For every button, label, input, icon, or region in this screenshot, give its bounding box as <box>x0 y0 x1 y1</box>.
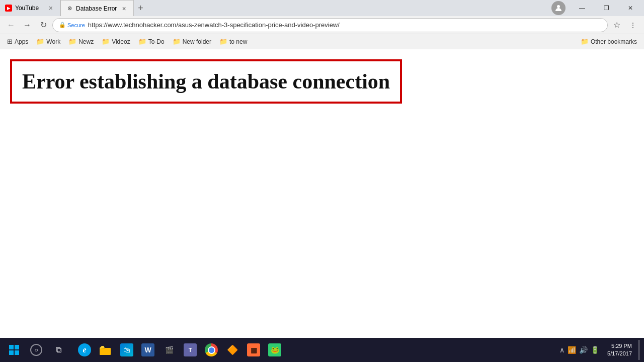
show-desktop-button[interactable] <box>638 340 640 360</box>
teams-icon: T <box>184 343 197 356</box>
error-box: Error establishing a database connection <box>10 59 402 104</box>
secure-label: Secure <box>67 22 85 28</box>
svg-rect-1 <box>100 348 111 355</box>
tab-youtube-close[interactable]: × <box>47 3 55 13</box>
folder-icon-work: 📁 <box>36 38 44 45</box>
cortana-icon: ○ <box>30 344 42 356</box>
bookmark-apps-label: Apps <box>15 38 28 45</box>
chevron-up-icon[interactable]: ∧ <box>559 346 565 354</box>
bookmark-videoz-label: Videoz <box>112 38 130 45</box>
bookmarks-bar: ⊞ Apps 📁 Work 📁 Newz 📁 Videoz 📁 To-Do 📁 … <box>0 34 644 49</box>
other-bookmarks-label: Other bookmarks <box>591 38 637 45</box>
start-button[interactable] <box>4 340 24 360</box>
battery-icon[interactable]: 🔋 <box>591 346 599 354</box>
volume-icon[interactable]: 🔊 <box>579 346 588 354</box>
tab-db-close[interactable]: × <box>120 4 128 14</box>
bookmark-to-new-label: to new <box>229 38 247 45</box>
windows-logo <box>9 345 19 355</box>
extensions-button[interactable]: ⋮ <box>626 18 640 32</box>
taskbar-clock[interactable]: 5:29 PM 5/17/2017 <box>603 342 636 358</box>
new-tab-button[interactable]: + <box>134 1 148 15</box>
network-icon[interactable]: 📶 <box>568 346 576 354</box>
secure-badge: 🔒 Secure <box>59 22 85 28</box>
bookmark-todo[interactable]: 📁 To-Do <box>135 37 168 46</box>
error-heading: Error establishing a database connection <box>22 69 390 94</box>
folder-icon-todo: 📁 <box>138 38 146 45</box>
taskbar-time-display: 5:29 PM <box>607 342 632 350</box>
url-text: https://www.technohacker.com/asus-zenwat… <box>88 21 601 29</box>
folder-icon-new: 📁 <box>173 38 181 45</box>
folder-icon-newz: 📁 <box>68 38 76 45</box>
user-avatar[interactable] <box>551 1 566 15</box>
bookmarks-right: 📁 Other bookmarks <box>578 37 640 46</box>
ie-icon: e <box>78 343 91 356</box>
maximize-button[interactable]: ❐ <box>595 0 618 16</box>
vlc-icon: 🔶 <box>226 343 239 356</box>
svg-point-0 <box>557 5 560 8</box>
task-view-button[interactable]: ⧉ <box>48 340 68 360</box>
explorer-icon <box>99 343 112 356</box>
bookmark-to-new[interactable]: 📁 to new <box>216 37 250 46</box>
bookmark-new-folder-label: New folder <box>183 38 211 45</box>
youtube-icon: ▶ <box>5 5 12 12</box>
media-icon: 🎬 <box>163 343 176 356</box>
apps-grid-icon: ⊞ <box>7 38 13 45</box>
title-bar: ▶ YouTube × ⊗ Database Error × + — ❐ ✕ <box>0 0 644 16</box>
minimize-button[interactable]: — <box>571 0 594 16</box>
folder-icon-other: 📁 <box>581 38 589 45</box>
close-button[interactable]: ✕ <box>619 0 642 16</box>
db-icon: ⊗ <box>66 5 73 12</box>
taskbar-apps: e 🛍 W 🎬 T 🔶 ▦ 🐸 <box>74 340 555 360</box>
bookmark-videoz[interactable]: 📁 Videoz <box>99 37 133 46</box>
bookmark-apps[interactable]: ⊞ Apps <box>4 37 31 46</box>
bookmark-todo-label: To-Do <box>148 38 165 45</box>
taskbar-right: ∧ 📶 🔊 🔋 5:29 PM 5/17/2017 <box>557 340 640 360</box>
store-icon: 🛍 <box>120 343 133 356</box>
tab-db-error[interactable]: ⊗ Database Error × <box>60 0 134 16</box>
task-view-icon: ⧉ <box>56 345 61 354</box>
forward-button[interactable]: → <box>20 18 34 32</box>
bookmark-newz[interactable]: 📁 Newz <box>65 37 97 46</box>
word-icon: W <box>141 343 154 356</box>
taskbar-date-display: 5/17/2017 <box>607 350 632 357</box>
taskbar-store[interactable]: 🛍 <box>117 340 137 360</box>
window-controls: — ❐ ✕ <box>551 0 644 16</box>
taskbar-explorer[interactable] <box>96 340 116 360</box>
tab-db-label: Database Error <box>76 5 117 12</box>
bookmark-work-label: Work <box>46 38 60 45</box>
app2-icon: 🐸 <box>268 343 281 356</box>
taskbar-ie[interactable]: e <box>74 340 95 360</box>
taskbar-chrome[interactable] <box>201 340 221 360</box>
taskbar-media[interactable]: 🎬 <box>159 340 179 360</box>
app1-icon: ▦ <box>247 343 260 356</box>
chrome-icon <box>205 343 218 356</box>
taskbar-app2[interactable]: 🐸 <box>265 340 285 360</box>
url-bar[interactable]: 🔒 Secure https://www.technohacker.com/as… <box>52 18 608 32</box>
other-bookmarks[interactable]: 📁 Other bookmarks <box>578 37 640 46</box>
taskbar-teams[interactable]: T <box>180 340 200 360</box>
refresh-button[interactable]: ↻ <box>36 18 50 32</box>
bookmark-newz-label: Newz <box>78 38 94 45</box>
bookmark-new-folder[interactable]: 📁 New folder <box>170 37 214 46</box>
taskbar-word[interactable]: W <box>138 340 158 360</box>
lock-icon: 🔒 <box>59 22 66 28</box>
taskbar-vlc[interactable]: 🔶 <box>222 340 243 360</box>
tab-youtube-label: YouTube <box>15 5 39 12</box>
back-button[interactable]: ← <box>4 18 18 32</box>
taskbar-app1[interactable]: ▦ <box>244 340 264 360</box>
tab-youtube[interactable]: ▶ YouTube × <box>0 0 60 16</box>
folder-icon-to-new: 📁 <box>219 38 227 45</box>
address-bar: ← → ↻ 🔒 Secure https://www.technohacker.… <box>0 16 644 34</box>
taskbar: ○ ⧉ e 🛍 W 🎬 T 🔶 ▦ <box>0 338 644 362</box>
bookmark-star-button[interactable]: ☆ <box>610 18 624 32</box>
bookmark-work[interactable]: 📁 Work <box>33 37 63 46</box>
folder-icon-videoz: 📁 <box>102 38 110 45</box>
taskbar-system-icons: ∧ 📶 🔊 🔋 <box>557 346 601 354</box>
page-content: Error establishing a database connection <box>0 49 644 338</box>
cortana-button[interactable]: ○ <box>26 340 46 360</box>
